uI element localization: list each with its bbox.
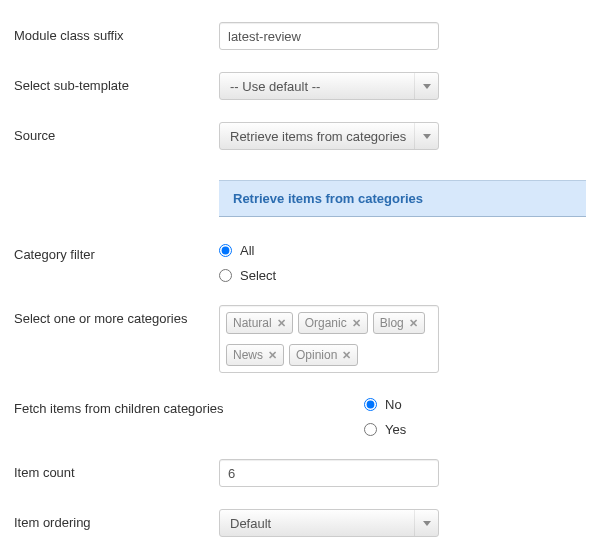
category-tag[interactable]: Opinion✕ xyxy=(289,344,358,366)
label-fetch-children: Fetch items from children categories xyxy=(14,395,364,416)
tag-label: Opinion xyxy=(296,348,337,362)
radio-label: Yes xyxy=(385,422,406,437)
label-source: Source xyxy=(14,122,219,143)
close-icon[interactable]: ✕ xyxy=(342,349,351,362)
section-header: Retrieve items from categories xyxy=(219,180,586,217)
tag-label: News xyxy=(233,348,263,362)
chevron-down-icon xyxy=(414,73,438,99)
fetch-children-radio-group: No Yes xyxy=(364,395,586,437)
module-class-suffix-input[interactable] xyxy=(219,22,439,50)
source-select[interactable]: Retrieve items from categories xyxy=(219,122,439,150)
category-tag[interactable]: Natural✕ xyxy=(226,312,293,334)
label-item-ordering: Item ordering xyxy=(14,509,219,530)
source-value: Retrieve items from categories xyxy=(230,129,406,144)
category-filter-select-radio[interactable] xyxy=(219,269,232,282)
category-filter-radio-group: All Select xyxy=(219,241,586,283)
close-icon[interactable]: ✕ xyxy=(277,317,286,330)
category-filter-all-radio[interactable] xyxy=(219,244,232,257)
fetch-children-no-radio[interactable] xyxy=(364,398,377,411)
close-icon[interactable]: ✕ xyxy=(268,349,277,362)
item-count-input[interactable] xyxy=(219,459,439,487)
close-icon[interactable]: ✕ xyxy=(352,317,361,330)
sub-template-value: -- Use default -- xyxy=(230,79,320,94)
label-sub-template: Select sub-template xyxy=(14,72,219,93)
item-ordering-value: Default xyxy=(230,516,271,531)
categories-tags-input[interactable]: Natural✕Organic✕Blog✕News✕Opinion✕ xyxy=(219,305,439,373)
category-tag[interactable]: Organic✕ xyxy=(298,312,368,334)
radio-label: Select xyxy=(240,268,276,283)
sub-template-select[interactable]: -- Use default -- xyxy=(219,72,439,100)
item-ordering-select[interactable]: Default xyxy=(219,509,439,537)
tag-label: Organic xyxy=(305,316,347,330)
chevron-down-icon xyxy=(414,510,438,536)
label-category-filter: Category filter xyxy=(14,241,219,262)
radio-label: All xyxy=(240,243,254,258)
fetch-children-yes-radio[interactable] xyxy=(364,423,377,436)
tag-label: Blog xyxy=(380,316,404,330)
radio-label: No xyxy=(385,397,402,412)
tag-label: Natural xyxy=(233,316,272,330)
label-module-class-suffix: Module class suffix xyxy=(14,22,219,43)
label-item-count: Item count xyxy=(14,459,219,480)
category-tag[interactable]: News✕ xyxy=(226,344,284,366)
chevron-down-icon xyxy=(414,123,438,149)
category-tag[interactable]: Blog✕ xyxy=(373,312,425,334)
label-select-categories: Select one or more categories xyxy=(14,305,219,326)
close-icon[interactable]: ✕ xyxy=(409,317,418,330)
